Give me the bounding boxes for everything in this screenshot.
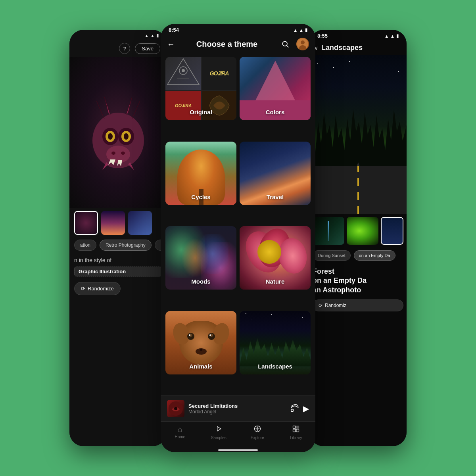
style-label: Graphic Illustration (74, 267, 162, 276)
right-wifi-icon: ▲ (384, 34, 389, 38)
svg-point-5 (108, 133, 113, 140)
svg-point-9 (121, 152, 125, 155)
theme-card-original[interactable]: GOJIRA GOJIRA Original (165, 57, 236, 120)
right-thumbnail-row (309, 214, 407, 248)
nav-explore[interactable]: Explore (238, 425, 277, 440)
right-signal-icon: ▲ (390, 34, 395, 38)
center-status-bar: 8:54 ▲ ▲ ▮ (161, 24, 315, 35)
theme-label-nature: Nature (266, 278, 285, 285)
nav-home[interactable]: ⌂ Home (161, 425, 200, 440)
style-text: n in the style of (69, 252, 167, 265)
svg-point-10 (282, 41, 287, 46)
right-main-text: Forest on an Empty Da an Astrophoto (309, 263, 407, 296)
svg-marker-22 (217, 426, 221, 431)
mini-player[interactable]: Secured Limitations Morbid Angel ▶ (161, 395, 315, 421)
center-signal-icon: ▲ (299, 28, 303, 33)
center-header: ← Choose a theme (161, 35, 315, 54)
center-battery-icon: ▮ (305, 27, 307, 33)
thumbnail-sunset[interactable] (101, 211, 125, 235)
right-tag-empty[interactable]: on an Empty Da (354, 250, 395, 261)
thumbnail-row (69, 208, 167, 238)
right-randomize-button[interactable]: ⟳ Randomiz (313, 299, 403, 311)
orig-q3: GOJIRA (165, 91, 201, 120)
samples-icon (215, 425, 223, 435)
landscape-photo (309, 55, 407, 214)
dog-face (179, 321, 223, 365)
right-status-bar: 8:55 ▲ ▲ ▮ (309, 30, 407, 40)
right-phone: 8:55 ▲ ▲ ▮ ∨ Landscapes (309, 30, 407, 446)
theme-label-cycles: Cycles (191, 194, 210, 200)
randomize-icon: ⟳ (81, 286, 85, 292)
cast-button[interactable] (290, 403, 299, 414)
svg-point-13 (301, 40, 305, 44)
orig-q1 (165, 57, 201, 90)
tag-retro-photography[interactable]: Retro Photography (100, 240, 152, 251)
user-avatar (296, 38, 309, 50)
help-label: ? (123, 46, 126, 52)
mini-player-info: Secured Limitations Morbid Angel (188, 403, 286, 415)
theme-card-cycles[interactable]: Cycles (165, 142, 236, 205)
orig-q2: GOJIRA (202, 57, 236, 90)
bottom-nav: ⌂ Home Samples (161, 421, 315, 449)
right-thumbnail-1[interactable] (313, 217, 344, 245)
svg-point-17 (182, 69, 185, 72)
library-icon (292, 425, 300, 435)
search-button[interactable] (279, 38, 292, 50)
nav-samples[interactable]: Samples (200, 425, 238, 440)
right-header: ∨ Landscapes (309, 40, 407, 55)
theme-label-animals: Animals (189, 363, 212, 370)
theme-label-colors: Colors (266, 109, 285, 115)
mini-track-title: Secured Limitations (188, 403, 286, 409)
left-phone-content: ▲ ▲ ▮ ? Save (69, 30, 167, 446)
right-thumbnail-2[interactable] (347, 217, 378, 245)
avatar-button[interactable] (296, 38, 309, 50)
explore-icon (253, 425, 261, 435)
svg-line-11 (287, 46, 289, 48)
avatar-image (297, 38, 308, 50)
center-wifi-icon: ▲ (293, 28, 298, 33)
theme-card-animals[interactable]: Animals (165, 311, 236, 374)
tag-animation[interactable]: ation (74, 240, 96, 251)
theme-label-landscapes: Landscapes (258, 363, 292, 370)
theme-card-travel[interactable]: Travel (240, 142, 311, 205)
svg-rect-27 (293, 429, 296, 432)
right-thumbnail-3[interactable] (381, 217, 403, 245)
theme-card-nature[interactable]: Nature (240, 226, 311, 290)
page-title: Choose a theme (180, 40, 274, 49)
help-button[interactable]: ? (119, 43, 130, 54)
svg-point-8 (111, 152, 115, 155)
theme-card-moods[interactable]: Moods (165, 226, 236, 290)
theme-grid: GOJIRA GOJIRA Original (161, 54, 315, 395)
save-button[interactable]: Save (135, 43, 160, 54)
mini-album-art (167, 400, 184, 417)
dog-eye-right (208, 333, 215, 340)
theme-label-travel: Travel (267, 194, 284, 200)
theme-card-colors[interactable]: Colors (240, 57, 311, 120)
randomize-button[interactable]: ⟳ Randomize (74, 282, 121, 295)
thumbnail-dragon[interactable] (74, 211, 98, 235)
home-indicator (218, 449, 258, 451)
thumbnail-blue[interactable] (128, 211, 152, 235)
svg-rect-21 (291, 409, 294, 411)
battery-icon: ▮ (156, 33, 159, 38)
right-tag-sunset[interactable]: During Sunset (313, 250, 351, 261)
right-phone-content: 8:55 ▲ ▲ ▮ ∨ Landscapes (309, 30, 407, 446)
svg-point-6 (124, 133, 129, 140)
dragon-artwork (69, 57, 167, 208)
play-button[interactable]: ▶ (303, 404, 309, 413)
search-icon (281, 40, 289, 48)
center-phone: 8:54 ▲ ▲ ▮ ← Choose a theme (161, 24, 315, 452)
screens-container: ▲ ▲ ▮ ? Save (0, 0, 476, 476)
wifi-icon: ▲ (144, 33, 149, 38)
tags-row: ation Retro Photography I (69, 238, 167, 252)
road-center-line (357, 166, 359, 214)
right-randomize-icon: ⟳ (319, 303, 322, 308)
home-icon: ⌂ (178, 425, 182, 434)
right-page-title: Landscapes (321, 44, 363, 52)
nav-library[interactable]: Library (277, 425, 316, 440)
theme-card-landscapes[interactable]: Landscapes (240, 311, 311, 374)
back-button[interactable]: ← (167, 40, 175, 49)
right-status-icons: ▲ ▲ ▮ (384, 33, 399, 38)
theme-label-original: Original (190, 109, 212, 115)
cast-icon (290, 403, 299, 412)
